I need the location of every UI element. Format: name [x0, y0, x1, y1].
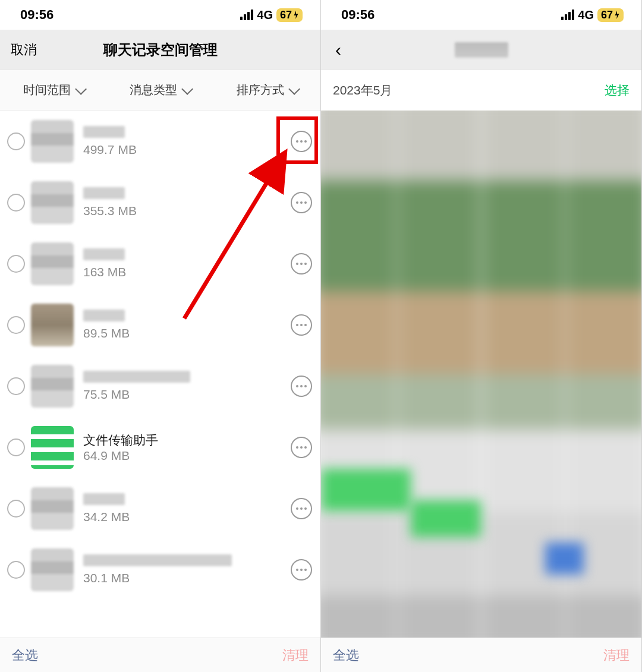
chat-row[interactable]: 34.2 MB [0, 478, 320, 539]
filter-message-type[interactable]: 消息类型 [130, 82, 190, 98]
more-button[interactable] [291, 498, 312, 519]
right-phone-screen: 09:56 4G 67 ‹ 2023年5月 选择 全选 清理 [321, 0, 642, 672]
select-all-button[interactable]: 全选 [12, 646, 38, 664]
chat-row[interactable]: 75.5 MB [0, 355, 320, 417]
select-radio[interactable] [7, 561, 25, 579]
select-button[interactable]: 选择 [605, 82, 630, 99]
left-phone-screen: 09:56 4G 67 取消 聊天记录空间管理 时间范围 消息类型 排序方式 [0, 0, 321, 672]
avatar [31, 548, 74, 591]
chat-size: 89.5 MB [83, 326, 291, 340]
chat-size: 163 MB [83, 265, 291, 279]
chat-size: 499.7 MB [83, 143, 291, 157]
chat-size: 30.1 MB [83, 571, 291, 585]
chevron-down-icon [182, 83, 194, 94]
avatar [31, 120, 74, 163]
bottom-bar: 全选 清理 [0, 638, 320, 672]
select-radio[interactable] [7, 377, 25, 395]
select-radio[interactable] [7, 194, 25, 212]
avatar [31, 365, 74, 408]
more-button[interactable] [291, 437, 312, 458]
chat-size: 34.2 MB [83, 510, 291, 524]
bottom-bar: 全选 清理 [321, 638, 641, 672]
more-button[interactable] [291, 253, 312, 275]
select-radio[interactable] [7, 500, 25, 518]
chat-size: 355.3 MB [83, 204, 291, 218]
photo-grid[interactable] [321, 111, 641, 638]
avatar [31, 242, 74, 285]
status-time: 09:56 [20, 7, 54, 23]
date-label: 2023年5月 [333, 82, 392, 99]
page-title-redacted [455, 42, 508, 58]
status-indicators: 4G 67 [561, 8, 624, 22]
more-button[interactable] [291, 192, 312, 213]
status-indicators: 4G 67 [240, 8, 303, 22]
network-type: 4G [257, 8, 273, 22]
date-section-header: 2023年5月 选择 [321, 70, 641, 111]
nav-bar: 取消 聊天记录空间管理 [0, 30, 320, 70]
more-button[interactable] [291, 314, 312, 336]
battery-icon: 67 [276, 8, 303, 22]
avatar [31, 487, 74, 530]
cancel-button[interactable]: 取消 [11, 41, 37, 59]
chat-name [83, 310, 291, 324]
nav-bar: ‹ [321, 30, 641, 70]
battery-icon: 67 [597, 8, 624, 22]
chat-name: 文件传输助手 [83, 432, 291, 446]
chat-name [83, 554, 291, 569]
chat-name [83, 493, 291, 507]
avatar [31, 426, 74, 469]
status-bar: 09:56 4G 67 [321, 0, 641, 30]
chat-row[interactable]: 文件传输助手 64.9 MB [0, 417, 320, 478]
avatar [31, 181, 74, 224]
select-radio[interactable] [7, 255, 25, 273]
chat-size: 75.5 MB [83, 387, 291, 402]
more-button[interactable] [291, 559, 312, 580]
chat-size: 64.9 MB [83, 449, 291, 463]
back-button[interactable]: ‹ [332, 41, 341, 59]
chat-row[interactable]: 30.1 MB [0, 539, 320, 600]
avatar [31, 304, 74, 346]
filter-row: 时间范围 消息类型 排序方式 [0, 70, 320, 111]
select-radio[interactable] [7, 132, 25, 150]
filter-sort-by[interactable]: 排序方式 [237, 82, 297, 98]
chat-name [83, 371, 291, 385]
status-time: 09:56 [341, 7, 374, 23]
filter-time-range[interactable]: 时间范围 [23, 82, 84, 98]
select-all-button[interactable]: 全选 [333, 646, 359, 664]
more-button[interactable] [291, 376, 312, 397]
chat-row[interactable]: 89.5 MB [0, 294, 320, 355]
chat-row[interactable]: 163 MB [0, 233, 320, 294]
signal-icon [561, 10, 574, 20]
chevron-down-icon [75, 83, 87, 94]
status-bar: 09:56 4G 67 [0, 0, 320, 30]
chat-row[interactable]: 499.7 MB [0, 111, 320, 172]
chevron-down-icon [288, 83, 300, 94]
page-title: 聊天记录空间管理 [0, 40, 320, 59]
clean-button[interactable]: 清理 [603, 646, 630, 664]
clean-button[interactable]: 清理 [282, 646, 309, 664]
chat-row[interactable]: 355.3 MB [0, 172, 320, 233]
chat-list[interactable]: 499.7 MB 355.3 MB 163 MB [0, 111, 320, 638]
chat-name [83, 187, 291, 201]
select-radio[interactable] [7, 438, 25, 456]
chat-name [83, 248, 291, 263]
chat-name [83, 126, 291, 140]
more-button[interactable] [291, 131, 312, 152]
network-type: 4G [578, 8, 594, 22]
select-radio[interactable] [7, 316, 25, 334]
signal-icon [240, 10, 253, 20]
